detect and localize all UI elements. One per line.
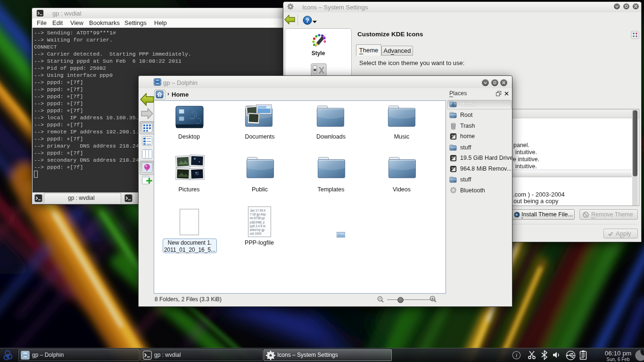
svg-text:i: i	[516, 352, 518, 359]
svg-text:?: ?	[305, 17, 309, 24]
